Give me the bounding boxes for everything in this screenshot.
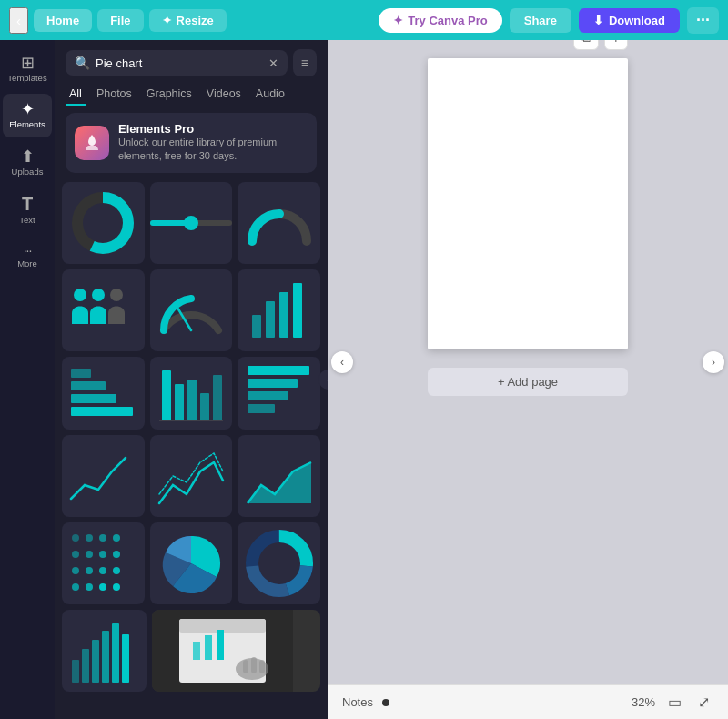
svg-marker-27 — [248, 462, 311, 503]
page-icon: ▭ — [668, 694, 682, 710]
filter-tabs: All Photos Graphics Videos Audio — [55, 84, 328, 113]
svg-rect-64 — [259, 660, 265, 673]
grid-row — [62, 522, 320, 604]
search-input[interactable] — [96, 56, 263, 70]
svg-point-5 — [74, 289, 86, 301]
sidebar-item-elements[interactable]: ✦ Elements — [3, 94, 52, 137]
element-photo-chart[interactable] — [152, 610, 320, 692]
element-bar-chart-horizontal[interactable] — [238, 357, 320, 430]
svg-point-6 — [92, 289, 105, 301]
search-filter-button[interactable]: ≡ — [293, 49, 317, 76]
more-options-button[interactable]: ··· — [687, 7, 719, 34]
svg-point-29 — [86, 534, 93, 542]
search-input-wrap: 🔍 ✕ — [66, 50, 288, 76]
tab-all[interactable]: All — [66, 84, 86, 106]
element-line-chart-2[interactable] — [150, 435, 233, 517]
navbar-right: ✦ Try Canva Pro Share ⬇ Download ··· — [379, 7, 719, 34]
svg-rect-21 — [200, 393, 209, 420]
sidebar-item-label: Templates — [7, 74, 46, 83]
element-dot-chart[interactable] — [62, 522, 145, 604]
copy-page-button[interactable]: ⧉ — [573, 40, 599, 50]
svg-point-35 — [113, 551, 120, 558]
tab-photos[interactable]: Photos — [93, 84, 136, 106]
sidebar-item-label: Elements — [9, 120, 46, 129]
canvas-toolbar: ⧉ + — [573, 40, 628, 50]
resize-icon: ✦ — [162, 14, 172, 27]
grid-row — [62, 435, 320, 517]
element-donut-chart-2[interactable] — [238, 522, 320, 604]
text-icon: T — [22, 195, 33, 213]
element-donut-dark[interactable] — [62, 182, 145, 264]
element-line-chart-1[interactable] — [62, 435, 145, 517]
tab-audio[interactable]: Audio — [252, 84, 288, 106]
grid-row — [62, 182, 320, 264]
svg-rect-20 — [187, 380, 197, 420]
canvas-scroll-left-button[interactable]: ‹ — [331, 351, 353, 373]
back-arrow-button[interactable]: ‹ — [9, 7, 28, 34]
svg-rect-22 — [213, 375, 222, 420]
element-bar-chart-1[interactable] — [238, 269, 320, 351]
svg-point-39 — [113, 567, 120, 574]
share-button[interactable]: Share — [510, 8, 571, 33]
element-people-chart[interactable] — [62, 269, 145, 351]
home-button[interactable]: Home — [34, 9, 92, 32]
sidebar-item-templates[interactable]: ⊞ Templates — [3, 47, 52, 90]
grid-row — [62, 610, 320, 692]
search-clear-icon[interactable]: ✕ — [268, 56, 278, 70]
element-pie-chart-1[interactable] — [150, 522, 233, 604]
svg-rect-13 — [71, 369, 91, 378]
uploads-icon: ⬆ — [21, 148, 35, 165]
svg-rect-60 — [217, 630, 224, 660]
add-page-button[interactable]: + Add page — [428, 368, 628, 396]
element-bar-chart-3[interactable] — [150, 357, 233, 430]
element-half-donut[interactable] — [238, 182, 320, 264]
canvas-scroll-right-button[interactable]: › — [703, 351, 724, 373]
resize-button[interactable]: ✦ Resize — [149, 9, 227, 32]
svg-rect-49 — [72, 660, 79, 683]
sidebar-item-label: Uploads — [12, 167, 44, 177]
element-slider-bar[interactable] — [150, 182, 233, 264]
file-button[interactable]: File — [97, 9, 143, 32]
page-view-button[interactable]: ▭ — [664, 692, 685, 713]
svg-rect-26 — [248, 404, 275, 413]
svg-point-7 — [110, 289, 123, 301]
elements-pro-icon — [75, 126, 109, 160]
collapse-icon: ‹ — [327, 375, 328, 385]
expand-button[interactable]: ⤢ — [694, 692, 713, 713]
element-area-chart[interactable] — [238, 435, 320, 517]
svg-point-28 — [72, 534, 79, 542]
download-button[interactable]: ⬇ Download — [579, 8, 680, 33]
navbar: ‹ Home File ✦ Resize ✦ Try Canva Pro Sha… — [0, 0, 728, 40]
svg-rect-24 — [248, 379, 298, 388]
canvas-area: ‹ ⧉ + + Add page › Notes 32% ▭ — [328, 40, 728, 719]
expand-icon: ⤢ — [698, 694, 710, 710]
notes-dot — [382, 699, 389, 706]
element-bar-chart-sm[interactable] — [62, 610, 147, 692]
grid-row — [62, 269, 320, 351]
elements-grid — [55, 182, 328, 719]
svg-rect-16 — [71, 407, 133, 416]
svg-point-38 — [99, 567, 106, 574]
canvas-page[interactable] — [428, 58, 628, 349]
sidebar-item-label: Text — [19, 216, 35, 225]
svg-rect-9 — [252, 315, 261, 338]
svg-rect-19 — [175, 384, 184, 420]
element-gauge-chart[interactable] — [150, 269, 233, 351]
tab-videos[interactable]: Videos — [203, 84, 245, 106]
add-element-button[interactable]: + — [604, 40, 628, 50]
grid-row — [62, 357, 320, 430]
svg-point-36 — [72, 567, 79, 574]
elements-pro-text: Elements Pro Unlock our entire library o… — [118, 122, 308, 164]
tab-graphics[interactable]: Graphics — [143, 84, 196, 106]
canvas-scroll: ‹ ⧉ + + Add page › — [328, 40, 728, 684]
svg-rect-50 — [82, 649, 89, 683]
elements-pro-banner[interactable]: Elements Pro Unlock our entire library o… — [66, 113, 317, 173]
elements-pro-subtitle: Unlock our entire library of premium ele… — [118, 136, 308, 164]
search-icon: 🔍 — [75, 56, 90, 70]
sidebar-item-more[interactable]: ··· More — [3, 237, 52, 276]
sidebar-item-uploads[interactable]: ⬆ Uploads — [3, 141, 52, 184]
try-canva-pro-button[interactable]: ✦ Try Canva Pro — [379, 8, 501, 33]
svg-point-4 — [184, 216, 198, 230]
element-bar-chart-2[interactable] — [62, 357, 145, 430]
sidebar-item-text[interactable]: T Text — [3, 187, 52, 232]
